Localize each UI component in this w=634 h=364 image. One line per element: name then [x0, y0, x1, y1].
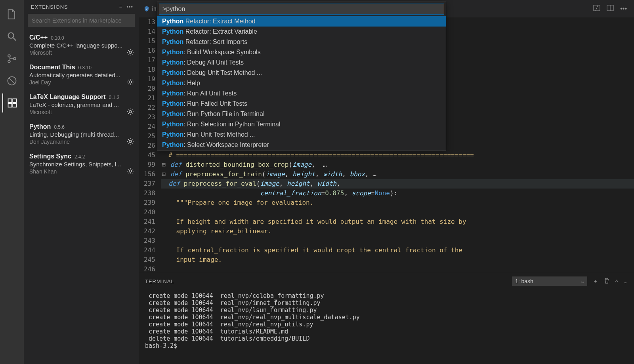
extension-item[interactable]: Document This0.3.10 Automatically genera… — [24, 61, 139, 90]
command-palette-item[interactable]: Python: Run All Unit Tests — [157, 88, 446, 99]
svg-line-1 — [13, 38, 16, 41]
command-palette-item[interactable]: Python: Select Workspace Interpreter — [157, 140, 446, 150]
command-palette-item[interactable]: Python: Run Failed Unit Tests — [157, 99, 446, 109]
command-palette-item[interactable]: Python: Help — [157, 78, 446, 88]
extensions-icon[interactable] — [2, 93, 21, 112]
command-palette-input[interactable] — [159, 4, 444, 15]
svg-rect-7 — [8, 99, 12, 103]
svg-point-13 — [129, 111, 132, 113]
explorer-icon[interactable] — [2, 5, 21, 24]
command-palette-item[interactable]: Python: Run Python File in Terminal — [157, 109, 446, 119]
extension-item[interactable]: Settings Sync2.4.2 Synchronize Settings,… — [24, 150, 139, 179]
command-palette: Python Refactor: Extract MethodPython Re… — [157, 2, 446, 151]
command-palette-item[interactable]: Python: Build Workspace Symbols — [157, 47, 446, 57]
gear-icon[interactable] — [127, 78, 134, 87]
gear-icon[interactable] — [127, 108, 134, 117]
svg-rect-8 — [13, 99, 16, 103]
command-palette-item[interactable]: Python: Run Selection in Python Terminal — [157, 119, 446, 130]
command-palette-item[interactable]: Python Refactor: Extract Variable — [157, 27, 446, 37]
command-palette-item[interactable]: Python: Run Unit Test Method ... — [157, 130, 446, 140]
svg-point-3 — [8, 60, 10, 63]
chevron-down-icon[interactable]: ⌄ — [623, 278, 628, 284]
svg-point-0 — [8, 33, 14, 38]
svg-rect-10 — [13, 103, 16, 107]
svg-point-11 — [129, 51, 132, 53]
extensions-sidebar: EXTENSIONS ≡ ••• C/C++0.10.0 Complete C/… — [24, 0, 139, 364]
extensions-search-input[interactable] — [28, 14, 135, 27]
gear-icon[interactable] — [127, 138, 134, 147]
new-terminal-icon[interactable]: ＋ — [593, 278, 598, 285]
layout-icon[interactable] — [607, 4, 614, 13]
terminal-output[interactable]: create mode 100644 real_nvp/celeba_forma… — [139, 289, 634, 364]
svg-point-4 — [13, 57, 16, 60]
svg-rect-9 — [8, 103, 12, 107]
svg-line-6 — [9, 78, 15, 84]
search-icon[interactable] — [2, 27, 21, 46]
terminal-title: TERMINAL — [145, 278, 174, 284]
svg-point-12 — [129, 81, 132, 83]
debug-icon[interactable] — [2, 71, 21, 90]
terminal-panel: TERMINAL 1: bash⌵ ＋ ^ ⌄ create mode 1006… — [139, 273, 634, 364]
extension-item[interactable]: Python0.5.6 Linting, Debugging (multi-th… — [24, 120, 139, 150]
command-palette-item[interactable]: Python: Debug Unit Test Method ... — [157, 68, 446, 78]
gear-icon[interactable] — [127, 49, 134, 57]
svg-point-2 — [8, 55, 10, 57]
source-control-icon[interactable] — [2, 49, 21, 68]
kill-terminal-icon[interactable] — [603, 278, 610, 285]
command-palette-item[interactable]: Python: Debug All Unit Tests — [157, 57, 446, 68]
tab-label: in — [152, 6, 157, 12]
more-actions-icon[interactable]: ••• — [620, 5, 627, 12]
gear-icon[interactable] — [127, 168, 134, 176]
filter-icon[interactable]: ≡ — [119, 4, 123, 10]
command-palette-item[interactable]: Python Refactor: Sort Imports — [157, 37, 446, 47]
activity-bar — [0, 0, 24, 364]
svg-point-15 — [129, 170, 132, 172]
more-icon[interactable]: ••• — [126, 4, 133, 10]
command-palette-item[interactable]: Python Refactor: Extract Method — [157, 16, 446, 27]
maximize-terminal-icon[interactable]: ^ — [615, 278, 618, 284]
extension-item[interactable]: LaTeX Language Support0.1.3 LaTeX - colo… — [24, 90, 139, 120]
command-palette-list: Python Refactor: Extract MethodPython Re… — [157, 16, 446, 150]
sidebar-title: EXTENSIONS — [31, 4, 68, 10]
split-icon[interactable] — [593, 4, 600, 13]
editor-main: in ••• Python Refactor: Extract MethodPy… — [139, 0, 634, 364]
tab-bar: in ••• Python Refactor: Extract MethodPy… — [139, 0, 634, 17]
extension-item[interactable]: C/C++0.10.0 Complete C/C++ language supp… — [24, 31, 139, 61]
terminal-selector[interactable]: 1: bash⌵ — [512, 276, 587, 286]
svg-point-14 — [129, 140, 132, 143]
extensions-list: C/C++0.10.0 Complete C/C++ language supp… — [24, 31, 139, 179]
